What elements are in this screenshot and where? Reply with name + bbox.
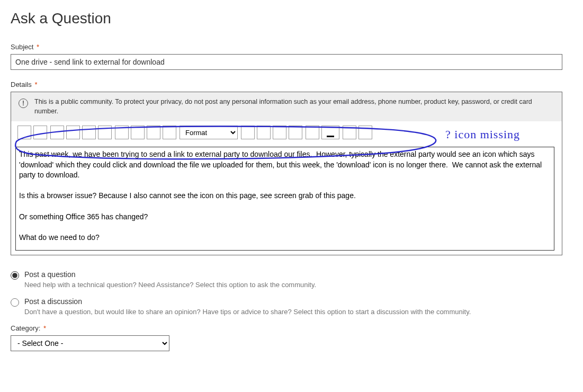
toolbar-button[interactable] bbox=[82, 126, 96, 139]
radio-question-label: Post a question bbox=[24, 270, 76, 279]
radio-discussion[interactable] bbox=[11, 298, 19, 307]
toolbar-button[interactable] bbox=[163, 126, 176, 139]
radio-question-desc: Need help with a technical question? Nee… bbox=[24, 281, 572, 289]
toolbar-button[interactable] bbox=[289, 126, 302, 139]
toolbar-group-4 bbox=[241, 126, 302, 139]
toolbar-button[interactable] bbox=[273, 126, 286, 139]
toolbar-button[interactable] bbox=[66, 126, 80, 139]
toolbar-color-button[interactable] bbox=[321, 126, 339, 139]
toolbar-group-5 bbox=[306, 126, 339, 139]
details-label: Details * bbox=[11, 81, 572, 88]
category-label: Category: * bbox=[11, 324, 572, 332]
toolbar-button[interactable] bbox=[306, 126, 319, 139]
subject-input[interactable] bbox=[11, 54, 562, 70]
required-asterisk: * bbox=[37, 43, 39, 51]
privacy-banner-text: This is a public community. To protect y… bbox=[34, 97, 554, 116]
toolbar-button[interactable] bbox=[343, 126, 356, 139]
details-editor-container: ! This is a public community. To protect… bbox=[11, 92, 562, 255]
radio-question[interactable] bbox=[11, 271, 19, 280]
toolbar-group-2 bbox=[50, 126, 112, 139]
subject-label-text: Subject bbox=[11, 43, 33, 51]
warning-icon: ! bbox=[19, 99, 28, 108]
toolbar-group-1 bbox=[17, 126, 47, 139]
toolbar-button[interactable] bbox=[241, 126, 255, 139]
toolbar-button[interactable] bbox=[115, 126, 129, 139]
toolbar-button[interactable] bbox=[98, 126, 112, 139]
toolbar-button[interactable] bbox=[33, 126, 47, 139]
toolbar-button[interactable] bbox=[17, 126, 31, 139]
page-title: Ask a Question bbox=[11, 10, 572, 27]
details-textarea[interactable]: This past week, we have been trying to s… bbox=[15, 147, 554, 251]
toolbar-button[interactable] bbox=[50, 126, 64, 139]
toolbar-button[interactable] bbox=[358, 126, 372, 139]
radio-discussion-desc: Don't have a question, but would like to… bbox=[24, 308, 572, 316]
required-asterisk: * bbox=[43, 324, 46, 332]
toolbar-group-3 bbox=[115, 126, 176, 139]
editor-region: ? icon missing Format bbox=[11, 121, 562, 255]
toolbar-button[interactable] bbox=[131, 126, 145, 139]
post-type-option-discussion[interactable]: Post a discussion bbox=[11, 297, 572, 307]
privacy-banner: ! This is a public community. To protect… bbox=[11, 92, 562, 121]
details-label-text: Details bbox=[11, 81, 32, 88]
format-select[interactable]: Format bbox=[180, 126, 238, 139]
toolbar-button[interactable] bbox=[147, 126, 160, 139]
required-asterisk: * bbox=[34, 81, 37, 88]
post-type-option-question[interactable]: Post a question bbox=[11, 270, 572, 280]
post-type-group: Post a question Need help with a technic… bbox=[11, 270, 572, 316]
radio-discussion-label: Post a discussion bbox=[24, 297, 82, 306]
toolbar-group-6 bbox=[343, 126, 372, 139]
color-underline-icon bbox=[327, 136, 334, 137]
category-select[interactable]: - Select One - bbox=[11, 335, 169, 351]
toolbar-button[interactable] bbox=[257, 126, 271, 139]
subject-label: Subject * bbox=[11, 43, 572, 51]
category-label-text: Category: bbox=[11, 324, 40, 332]
editor-toolbar: Format bbox=[15, 126, 558, 139]
